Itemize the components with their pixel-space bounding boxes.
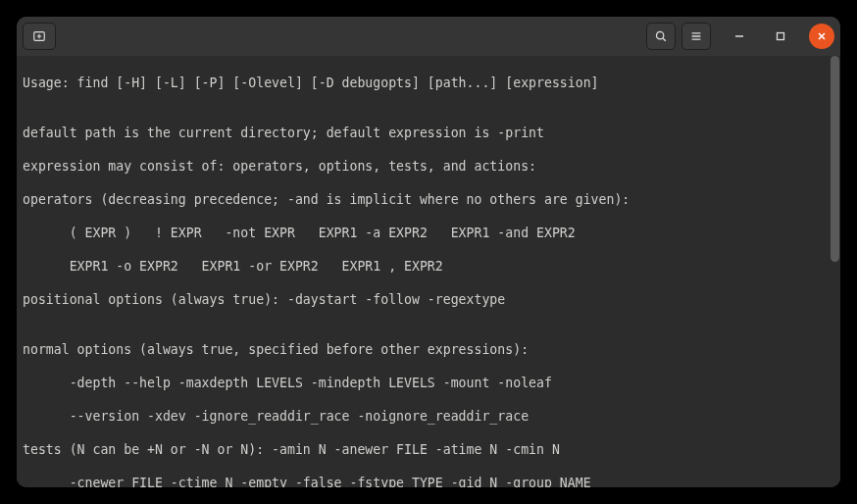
- scrollbar[interactable]: [830, 56, 840, 487]
- output-line: EXPR1 -o EXPR2 EXPR1 -or EXPR2 EXPR1 , E…: [23, 258, 834, 275]
- output-line: ( EXPR ) ! EXPR -not EXPR EXPR1 -a EXPR2…: [23, 225, 834, 241]
- hamburger-icon: [689, 29, 703, 43]
- new-tab-button[interactable]: [23, 23, 56, 50]
- new-tab-icon: [32, 29, 46, 43]
- output-line: --version -xdev -ignore_readdir_race -no…: [23, 408, 834, 425]
- svg-point-3: [656, 31, 663, 38]
- output-line: Usage: find [-H] [-L] [-P] [-Olevel] [-D…: [23, 75, 834, 91]
- maximize-button[interactable]: [768, 24, 793, 49]
- menu-button[interactable]: [681, 23, 711, 50]
- svg-line-4: [663, 38, 666, 41]
- svg-rect-9: [778, 33, 784, 40]
- terminal-output[interactable]: Usage: find [-H] [-L] [-P] [-Olevel] [-D…: [17, 56, 840, 487]
- terminal-window: Usage: find [-H] [-L] [-P] [-Olevel] [-D…: [17, 17, 840, 487]
- search-button[interactable]: [646, 23, 676, 50]
- output-line: default path is the current directory; d…: [23, 125, 834, 141]
- output-line: -cnewer FILE -ctime N -empty -false -fst…: [23, 475, 834, 487]
- titlebar: [17, 17, 840, 56]
- minimize-icon: [734, 31, 744, 41]
- scrollbar-thumb[interactable]: [831, 56, 839, 262]
- search-icon: [654, 29, 668, 43]
- output-line: operators (decreasing precedence; -and i…: [23, 191, 834, 208]
- maximize-icon: [776, 31, 785, 41]
- output-line: normal options (always true, specified b…: [23, 341, 834, 358]
- output-line: -depth --help -maxdepth LEVELS -mindepth…: [23, 375, 834, 391]
- minimize-button[interactable]: [727, 24, 752, 49]
- close-icon: [817, 31, 827, 41]
- close-button[interactable]: [809, 24, 834, 49]
- output-line: tests (N can be +N or -N or N): -amin N …: [23, 441, 834, 458]
- output-line: expression may consist of: operators, op…: [23, 158, 834, 175]
- output-line: positional options (always true): -dayst…: [23, 291, 834, 308]
